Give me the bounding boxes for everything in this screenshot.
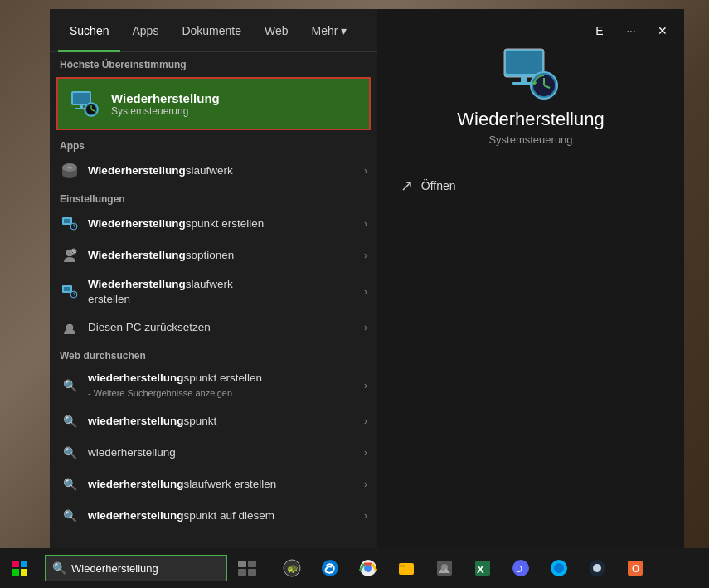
start-button[interactable]: [0, 548, 40, 588]
top-result-item[interactable]: Wiederherstellung Systemsteuerung: [56, 77, 371, 130]
list-item-text: wiederherstellungslaufwerk erstellen: [88, 477, 356, 492]
search-small-icon: 🔍: [60, 474, 80, 494]
settings-section-header: Einstellungen: [50, 187, 377, 208]
apps-section-header: Apps: [50, 134, 377, 155]
list-item[interactable]: 🔍 wiederherstellungspunkt auf diesem ›: [50, 500, 377, 532]
taskbar-app-photos[interactable]: [426, 548, 463, 588]
search-tabs: Suchen Apps Dokumente Web Mehr ▾: [50, 9, 377, 52]
search-small-icon: 🔍: [60, 376, 80, 396]
svg-rect-31: [64, 287, 70, 291]
svg-rect-37: [21, 561, 27, 567]
list-item[interactable]: Wiederherstellungsoptionen ›: [50, 240, 377, 271]
svg-point-46: [322, 560, 338, 576]
list-item[interactable]: Wiederherstellungspunkt erstellen ›: [50, 208, 377, 240]
svg-rect-50: [399, 565, 405, 567]
taskbar-app-9[interactable]: O: [617, 548, 653, 588]
svg-rect-42: [238, 569, 246, 576]
list-item-text: Diesen PC zurücksetzen: [88, 320, 356, 335]
svg-text:🐢: 🐢: [287, 562, 299, 574]
taskbar-icons: 🐢 X D O: [274, 548, 653, 588]
search-detail-panel: Wiederherstellung Systemsteuerung ↗ Öffn…: [377, 9, 684, 548]
chevron-icon: ›: [364, 510, 367, 522]
tab-suchen[interactable]: Suchen: [58, 9, 120, 52]
svg-point-20: [67, 167, 72, 169]
user-settings-icon: [60, 245, 80, 265]
chevron-icon: ›: [364, 447, 367, 459]
search-small-icon: 🔍: [60, 506, 80, 526]
more-button[interactable]: ···: [618, 17, 644, 44]
svg-rect-2: [521, 77, 527, 82]
taskbar-app-files[interactable]: [388, 548, 425, 588]
svg-text:X: X: [477, 563, 484, 576]
top-result-sub: Systemsteuerung: [111, 105, 220, 117]
web-section-header: Web durchsuchen: [50, 343, 377, 365]
open-icon: ↗: [401, 177, 413, 195]
search-panel: Suchen Apps Dokumente Web Mehr ▾ Höchste…: [50, 9, 377, 548]
svg-text:D: D: [516, 564, 522, 574]
list-item-text: wiederherstellungspunkt erstellen - Weit…: [88, 371, 356, 400]
taskbar-search-icon: 🔍: [52, 561, 66, 575]
search-small-icon: 🔍: [60, 411, 80, 431]
svg-point-60: [593, 564, 601, 572]
top-result-icon: [68, 87, 101, 120]
taskbar-app-8[interactable]: [541, 548, 577, 588]
tab-apps[interactable]: Apps: [120, 9, 170, 52]
taskbar-search[interactable]: 🔍: [45, 555, 227, 581]
open-label: Öffnen: [421, 179, 456, 192]
chevron-icon: ›: [364, 165, 367, 177]
list-item[interactable]: 🔍 wiederherstellung ›: [50, 437, 377, 469]
svg-rect-10: [73, 93, 90, 104]
svg-point-58: [554, 563, 564, 573]
tab-mehr[interactable]: Mehr ▾: [300, 9, 359, 52]
list-item[interactable]: 🔍 wiederherstellungspunkt erstellen - We…: [50, 365, 377, 406]
taskbar: 🔍 🐢 X D: [0, 548, 709, 588]
svg-rect-11: [80, 105, 83, 108]
svg-rect-39: [21, 569, 27, 576]
taskbar-app-steam[interactable]: [579, 548, 615, 588]
recovery-icon-large: [498, 42, 564, 109]
list-item[interactable]: 🔍 wiederherstellungspunkt ›: [50, 406, 377, 437]
svg-rect-29: [72, 250, 75, 252]
list-item[interactable]: 🔍 wiederherstellungslaufwerk erstellen ›: [50, 469, 377, 500]
chevron-icon: ›: [364, 479, 367, 490]
list-item[interactable]: Wiederherstellungslaufwerk erstellen ›: [50, 271, 377, 312]
task-view-button[interactable]: [229, 548, 265, 588]
tab-web[interactable]: Web: [253, 9, 300, 52]
drive-icon: [60, 161, 80, 181]
taskbar-app-discord[interactable]: D: [503, 548, 539, 588]
detail-subtitle: Systemsteuerung: [488, 134, 572, 146]
search-results[interactable]: Höchste Übereinstimmung Wiederherstellun…: [50, 52, 377, 548]
user-button[interactable]: E: [586, 17, 613, 44]
list-item-text: wiederherstellungspunkt auf diesem: [88, 508, 356, 523]
taskbar-app-excel[interactable]: X: [464, 548, 501, 588]
list-item-text: wiederherstellung: [88, 445, 356, 460]
list-item[interactable]: Wiederherstellungslaufwerk ›: [50, 155, 377, 187]
svg-rect-40: [238, 561, 246, 567]
settings-recovery-icon2: [60, 282, 80, 302]
list-item-text: Wiederherstellungslaufwerk: [88, 163, 356, 178]
list-item-text: Wiederherstellungspunkt erstellen: [88, 216, 356, 231]
chevron-icon: ›: [364, 380, 367, 391]
tab-dokumente[interactable]: Dokumente: [170, 9, 253, 52]
chevron-icon: ›: [364, 322, 367, 333]
taskbar-app-1[interactable]: 🐢: [274, 548, 310, 588]
list-item-text: wiederherstellungspunkt: [88, 414, 356, 429]
list-item-text: Wiederherstellungsoptionen: [88, 248, 356, 263]
pc-reset-icon: [60, 318, 80, 338]
header-controls: E ··· ✕: [586, 17, 676, 44]
close-button[interactable]: ✕: [649, 17, 676, 44]
chevron-icon: ›: [364, 250, 367, 261]
svg-rect-1: [506, 51, 542, 74]
detail-title: Wiederherstellung: [457, 109, 604, 130]
chevron-icon: ›: [364, 218, 367, 230]
taskbar-app-edge[interactable]: [312, 548, 348, 588]
svg-rect-43: [248, 569, 256, 576]
taskbar-app-chrome[interactable]: [350, 548, 386, 588]
taskbar-search-input[interactable]: [71, 562, 220, 575]
svg-rect-41: [248, 561, 256, 567]
open-action[interactable]: ↗ Öffnen: [401, 177, 662, 195]
settings-recovery-icon: [60, 214, 80, 234]
list-item[interactable]: Diesen PC zurücksetzen ›: [50, 312, 377, 343]
chevron-icon: ›: [364, 286, 367, 298]
svg-rect-22: [64, 219, 70, 223]
